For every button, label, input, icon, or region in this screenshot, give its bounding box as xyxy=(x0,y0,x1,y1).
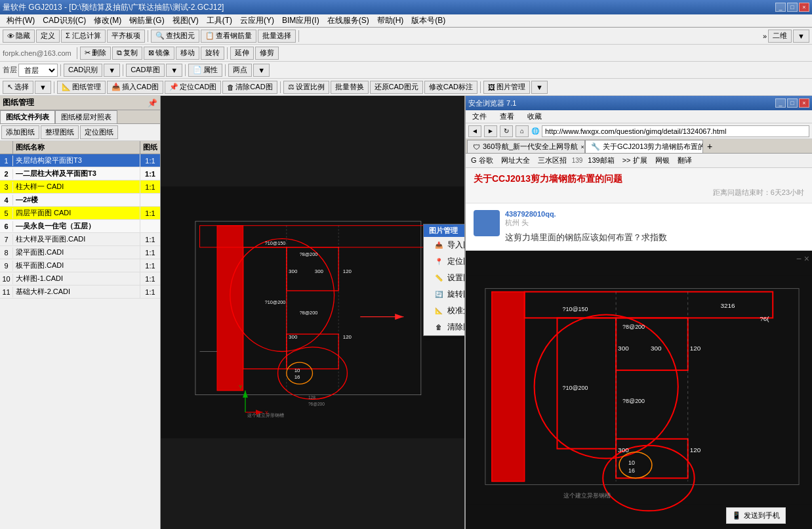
table-row[interactable]: 5 四层平面图 CADI 1:1 xyxy=(0,207,160,220)
tab-close-0[interactable]: × xyxy=(580,144,584,150)
menu-item-cad[interactable]: CAD识别(C) xyxy=(39,14,90,28)
pic-manage-button[interactable]: 🖼 图片管理 xyxy=(483,81,530,94)
browser-tab-0[interactable]: 🛡 360导航_新一代安全上网导航 × xyxy=(467,140,585,153)
menu-item-cloud[interactable]: 云应用(Y) xyxy=(236,14,278,28)
batch-select-button[interactable]: 批量选择 xyxy=(258,30,296,43)
ctx-rotate-picture[interactable]: 🔄 旋转图片 xyxy=(424,286,464,303)
content-close-icon[interactable]: × xyxy=(804,253,809,264)
ctx-calibrate-angle[interactable]: 📐 校准角度 xyxy=(424,303,464,319)
locate-cad-button[interactable]: 📌 定位CAD图 xyxy=(165,81,221,94)
hide-button[interactable]: 👁 隐藏 xyxy=(3,30,35,43)
delete-button[interactable]: ✂ 删除 xyxy=(80,47,111,60)
browser-close-button[interactable]: × xyxy=(799,98,809,108)
table-row[interactable]: 1 夹层结构梁平面图T3 1:1 xyxy=(0,154,160,167)
right-cad-svg: ?10@150 ?8@200 300 300 120 ?10@200 ?8@20… xyxy=(466,251,812,529)
tab-floor-map[interactable]: 图纸楼层对照表 xyxy=(55,110,117,123)
cad-grass-button[interactable]: CAD草图 xyxy=(126,64,165,77)
fav-translate[interactable]: 翻译 xyxy=(675,156,695,165)
organize-drawing-button[interactable]: 整理图纸 xyxy=(41,125,79,139)
sum-button[interactable]: Σ 汇总计算 xyxy=(61,30,106,43)
modify-cad-notation-button[interactable]: 修改CAD标注 xyxy=(424,81,477,94)
panel-pin-icon[interactable]: 📌 xyxy=(148,98,157,108)
table-row[interactable]: 4 —2#楼 xyxy=(0,194,160,207)
table-row[interactable]: 10 大样图-1.CADI 1:1 xyxy=(0,272,160,286)
drawing-area[interactable]: ?10@150 ?8@200 300 300 120 ?10@200 ?8@20… xyxy=(161,96,464,529)
set-scale-button[interactable]: ⚖ 设置比例 xyxy=(283,81,329,94)
browser-maximize-button[interactable]: □ xyxy=(787,98,798,108)
drawing-manage-button[interactable]: 📐 图纸管理 xyxy=(57,81,106,94)
tab-file-list[interactable]: 图纸文件列表 xyxy=(0,110,55,123)
menu-item-bim[interactable]: BIM应用(I) xyxy=(278,14,323,28)
menu-item-modify[interactable]: 修改(M) xyxy=(90,14,125,28)
menu-item-components[interactable]: 构件(W) xyxy=(3,14,39,28)
table-row[interactable]: 9 板平面图.CADI 1:1 xyxy=(0,259,160,272)
menu-item-service[interactable]: 在线服务(S) xyxy=(323,14,373,28)
browser-menu-file[interactable]: 文件 xyxy=(468,110,491,123)
send-mobile-button[interactable]: 📱 发送到手机 xyxy=(726,507,786,524)
browser-home-button[interactable]: ⌂ xyxy=(516,125,529,137)
find-element-button[interactable]: 🔍 查找图元 xyxy=(151,30,199,43)
select-button[interactable]: ↖ 选择 xyxy=(3,81,33,94)
ctx-locate-picture[interactable]: 📍 定位图片 xyxy=(424,253,464,270)
browser-minimize-button[interactable]: _ xyxy=(775,98,786,108)
menu-item-tools[interactable]: 工具(T) xyxy=(203,14,236,28)
browser-forward-button[interactable]: ► xyxy=(484,125,497,137)
level-slab-button[interactable]: 平齐板项 xyxy=(107,30,145,43)
fav-extend[interactable]: >> 扩展 xyxy=(620,156,650,165)
attr-button[interactable]: 📄 属性 xyxy=(188,64,222,77)
ctx-set-scale[interactable]: 📏 设置比例 xyxy=(424,270,464,286)
menu-item-steel[interactable]: 钢筋量(G) xyxy=(125,14,168,28)
fav-google[interactable]: G 谷歌 xyxy=(468,156,496,165)
fav-email[interactable]: 139邮箱 xyxy=(585,156,617,165)
browser-menu-favorites[interactable]: 收藏 xyxy=(523,110,546,123)
cad-identify-button[interactable]: CAD识别 xyxy=(64,64,102,77)
minimize-button[interactable]: _ xyxy=(775,3,786,12)
restore-cad-button[interactable]: 还原CAD图元 xyxy=(370,81,423,94)
content-minimize-icon[interactable]: − xyxy=(796,253,802,264)
two-points-dropdown[interactable]: ▼ xyxy=(253,64,270,77)
table-row[interactable]: 11 基础大样-2.CADI 1:1 xyxy=(0,286,160,299)
maximize-button[interactable]: □ xyxy=(787,3,798,12)
menu-item-help[interactable]: 帮助(H) xyxy=(373,14,408,28)
rotate-button[interactable]: 旋转 xyxy=(201,47,224,60)
define-button[interactable]: 定义 xyxy=(36,30,60,43)
mirror-button[interactable]: ⊠ 镜像 xyxy=(144,47,174,60)
add-drawing-button[interactable]: 添加图纸 xyxy=(1,125,39,139)
2d-dropdown[interactable]: ▼ xyxy=(793,30,809,43)
ctx-import-picture[interactable]: 📥 导入图片 xyxy=(424,237,464,253)
new-tab-button[interactable]: + xyxy=(703,140,716,153)
locate-drawing-button[interactable]: 定位图纸 xyxy=(80,125,118,139)
floor-dropdown[interactable]: 首层 xyxy=(18,64,58,77)
two-points-button[interactable]: 两点 xyxy=(228,64,252,77)
browser-menu-view[interactable]: 查看 xyxy=(496,110,518,123)
fav-url-guide[interactable]: 网址大全 xyxy=(498,156,533,165)
menu-item-view[interactable]: 视图(V) xyxy=(169,14,203,28)
menu-item-version[interactable]: 版本号(B) xyxy=(407,14,449,28)
pic-manage-dropdown[interactable]: ▼ xyxy=(531,81,548,94)
browser-back-button[interactable]: ◄ xyxy=(468,125,481,137)
ctx-clear-picture[interactable]: 🗑 清除图片 xyxy=(424,319,464,335)
browser-url-input[interactable] xyxy=(542,125,809,137)
cad-grass-dropdown[interactable]: ▼ xyxy=(166,64,182,77)
cad-identify-dropdown[interactable]: ▼ xyxy=(104,64,120,77)
extend-button[interactable]: 延伸 xyxy=(230,47,254,60)
table-row[interactable]: 2 —二层柱大样及平面图T3 1:1 xyxy=(0,167,160,180)
browser-refresh-button[interactable]: ↻ xyxy=(500,125,513,137)
fav-bank[interactable]: 网银 xyxy=(653,156,672,165)
move-button[interactable]: 移动 xyxy=(176,47,199,60)
browser-tab-1[interactable]: 🔧 关于GCJ2013剪力墙钢筋布置的... × xyxy=(585,140,703,153)
table-row[interactable]: 8 梁平面图.CADI 1:1 xyxy=(0,246,160,259)
copy-button[interactable]: ⧉ 复制 xyxy=(112,47,142,60)
close-button[interactable]: × xyxy=(799,3,809,12)
batch-replace-button[interactable]: 批量替换 xyxy=(331,81,369,94)
insert-cad-button[interactable]: 📥 插入CAD图 xyxy=(107,81,163,94)
fav-sanshui[interactable]: 三水区招 xyxy=(535,156,569,165)
trim-button[interactable]: 修剪 xyxy=(255,47,279,60)
clear-cad-button[interactable]: 🗑 清除CAD图 xyxy=(222,81,277,94)
table-row[interactable]: 3 柱大样一 CADI 1:1 xyxy=(0,180,160,194)
table-row[interactable]: 7 柱大样及平面图.CADI 1:1 xyxy=(0,233,160,246)
select-dropdown[interactable]: ▼ xyxy=(35,81,51,94)
2d-button[interactable]: 二维 xyxy=(768,30,792,43)
table-row[interactable]: 6 —吴永良一住宅（五层） xyxy=(0,220,160,233)
view-steel-button[interactable]: 📋 查看钢筋量 xyxy=(201,30,256,43)
